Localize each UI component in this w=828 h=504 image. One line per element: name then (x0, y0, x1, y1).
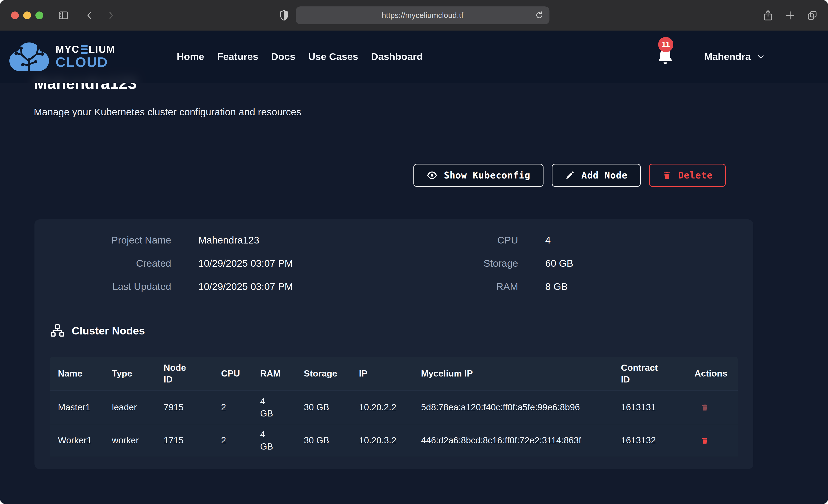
nav-link-dashboard[interactable]: Dashboard (371, 51, 423, 62)
storage-label: Storage (415, 258, 518, 269)
privacy-shield-icon[interactable] (279, 9, 289, 22)
brand-line1-prefix: MYC (55, 44, 80, 54)
reload-icon[interactable] (535, 11, 544, 20)
browser-window: https://myceliumcloud.tf Mahendra123 Man… (0, 0, 828, 504)
cell-ip: 10.20.3.2 (351, 424, 413, 457)
close-window-button[interactable] (11, 11, 19, 19)
col-mycelium-ip: Mycelium IP (413, 357, 613, 390)
last-updated-value: 10/29/2025 03:07 PM (198, 281, 293, 292)
mycelium-cloud-logo-icon (7, 39, 51, 74)
nodes-table-header-row: Name Type Node ID CPU RAM Storage IP Myc… (50, 357, 738, 390)
cell-cpu: 2 (213, 424, 252, 457)
cell-actions (687, 390, 738, 424)
forward-icon[interactable] (106, 10, 116, 21)
col-contract-id: Contract ID (613, 357, 687, 390)
page-subtitle: Manage your Kubernetes cluster configura… (34, 107, 301, 118)
user-menu[interactable]: Mahendra (704, 51, 765, 62)
cell-name: Worker1 (50, 424, 104, 457)
nav-link-use-cases[interactable]: Use Cases (308, 51, 358, 62)
top-navbar: MYC LIUM CLOUD Home Features Docs Use Ca… (0, 31, 828, 83)
url-bar[interactable]: https://myceliumcloud.tf (296, 6, 549, 24)
nav-link-docs[interactable]: Docs (271, 51, 295, 62)
cell-ip: 10.20.2.2 (351, 390, 413, 424)
cell-storage: 30 GB (296, 424, 351, 457)
url-text: https://myceliumcloud.tf (382, 11, 463, 20)
cell-contract-id: 1613131 (613, 390, 687, 424)
delete-node-button[interactable] (695, 436, 709, 445)
chevron-down-icon (756, 52, 765, 61)
page-body: Mahendra123 Manage your Kubernetes clust… (0, 31, 828, 504)
eye-icon (426, 170, 438, 181)
nav-links: Home Features Docs Use Cases Dashboard (177, 51, 423, 62)
sidebar-toggle-icon[interactable] (57, 10, 70, 21)
cell-type: leader (104, 390, 156, 424)
brand-wordmark: MYC LIUM CLOUD (55, 44, 115, 69)
cluster-nodes-header: Cluster Nodes (50, 323, 145, 338)
show-kubeconfig-button[interactable]: Show Kubeconfig (413, 164, 543, 187)
traffic-lights (11, 11, 43, 19)
cell-storage: 30 GB (296, 390, 351, 424)
created-value: 10/29/2025 03:07 PM (198, 258, 293, 269)
nodes-table: Name Type Node ID CPU RAM Storage IP Myc… (50, 357, 738, 457)
storage-value: 60 GB (545, 258, 573, 269)
share-icon[interactable] (762, 9, 774, 22)
col-ip: IP (351, 357, 413, 390)
created-label: Created (68, 258, 171, 269)
notification-badge: 11 (658, 37, 673, 52)
brand-e-bars (81, 45, 88, 54)
user-name: Mahendra (704, 51, 751, 62)
browser-chrome: https://myceliumcloud.tf (0, 0, 828, 31)
cell-actions (687, 424, 738, 457)
brand-logo[interactable]: MYC LIUM CLOUD (7, 39, 115, 74)
cluster-actions: Show Kubeconfig Add Node Delete (413, 164, 726, 187)
col-cpu: CPU (213, 357, 252, 390)
trash-icon (662, 170, 672, 180)
cluster-nodes-title: Cluster Nodes (72, 324, 145, 337)
cell-cpu: 2 (213, 390, 252, 424)
col-storage: Storage (296, 357, 351, 390)
cell-node-id: 7915 (156, 390, 213, 424)
table-row-worker1: Worker1 worker 1715 2 4 GB 30 GB 10.20.3… (50, 424, 738, 457)
cpu-label: CPU (415, 235, 518, 246)
cluster-card: Project Name Mahendra123 Created 10/29/2… (35, 219, 753, 469)
cpu-value: 4 (545, 235, 551, 246)
cluster-info: Project Name Mahendra123 Created 10/29/2… (68, 235, 740, 292)
ram-value: 8 GB (545, 281, 568, 292)
brand-line1-suffix: LIUM (89, 44, 115, 54)
trash-icon (701, 403, 709, 412)
ram-label: RAM (415, 281, 518, 292)
zoom-window-button[interactable] (35, 11, 43, 19)
add-node-label: Add Node (581, 170, 628, 180)
delete-label: Delete (678, 170, 713, 180)
cell-contract-id: 1613132 (613, 424, 687, 457)
col-actions: Actions (687, 357, 738, 390)
delete-node-button[interactable] (695, 403, 709, 412)
cell-mycelium-ip: 446:d2a6:8bcd:8c16:ff0f:72e2:3114:863f (413, 424, 613, 457)
tab-overview-icon[interactable] (806, 10, 818, 21)
show-kubeconfig-label: Show Kubeconfig (444, 170, 530, 180)
delete-cluster-button[interactable]: Delete (649, 164, 726, 187)
last-updated-label: Last Updated (68, 281, 171, 292)
new-tab-icon[interactable] (785, 10, 796, 21)
cluster-nodes-icon (50, 323, 65, 338)
cell-node-id: 1715 (156, 424, 213, 457)
add-node-button[interactable]: Add Node (552, 164, 641, 187)
col-ram: RAM (252, 357, 296, 390)
brand-line2: CLOUD (55, 55, 115, 69)
cell-name: Master1 (50, 390, 104, 424)
notifications-button[interactable]: 11 (656, 47, 675, 67)
cell-ram: 4 GB (252, 424, 296, 457)
project-name-value: Mahendra123 (198, 235, 259, 246)
project-name-label: Project Name (68, 235, 171, 246)
table-row-master1: Master1 leader 7915 2 4 GB 30 GB 10.20.2… (50, 390, 738, 424)
col-type: Type (104, 357, 156, 390)
pencil-icon (565, 170, 575, 180)
back-icon[interactable] (85, 10, 95, 21)
cell-mycelium-ip: 5d8:78ea:a120:f40c:ff0f:a5fe:99e6:8b96 (413, 390, 613, 424)
minimize-window-button[interactable] (23, 11, 31, 19)
nav-link-features[interactable]: Features (217, 51, 258, 62)
nav-link-home[interactable]: Home (177, 51, 204, 62)
cluster-info-right: CPU 4 Storage 60 GB RAM 8 GB (393, 235, 740, 292)
col-name: Name (50, 357, 104, 390)
cell-type: worker (104, 424, 156, 457)
